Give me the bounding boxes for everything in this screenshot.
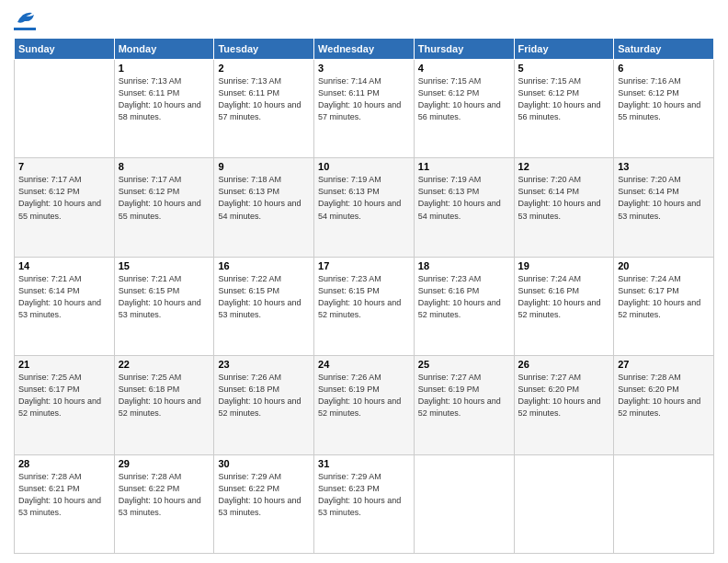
day-number: 21 [18, 359, 110, 370]
day-number: 9 [218, 161, 310, 172]
day-number: 8 [119, 161, 210, 172]
logo-text [14, 9, 36, 26]
day-info: Sunrise: 7:27 AMSunset: 6:20 PMDaylight:… [518, 372, 610, 419]
calendar-cell: 2Sunrise: 7:13 AMSunset: 6:11 PMDaylight… [214, 60, 314, 158]
day-number: 30 [218, 458, 310, 469]
day-info: Sunrise: 7:15 AMSunset: 6:12 PMDaylight:… [518, 75, 610, 123]
day-info: Sunrise: 7:21 AMSunset: 6:15 PMDaylight:… [119, 273, 210, 321]
day-number: 18 [418, 260, 510, 271]
day-info: Sunrise: 7:27 AMSunset: 6:19 PMDaylight:… [418, 372, 510, 419]
day-info: Sunrise: 7:19 AMSunset: 6:13 PMDaylight:… [418, 174, 510, 222]
day-number: 31 [318, 458, 410, 469]
calendar-cell: 19Sunrise: 7:24 AMSunset: 6:16 PMDayligh… [514, 257, 614, 355]
day-number: 20 [618, 260, 710, 271]
day-info: Sunrise: 7:29 AMSunset: 6:23 PMDaylight:… [318, 471, 410, 519]
day-number: 12 [518, 161, 610, 172]
day-number: 15 [119, 260, 210, 271]
calendar-table: SundayMondayTuesdayWednesdayThursdayFrid… [14, 38, 714, 554]
calendar-week-3: 14Sunrise: 7:21 AMSunset: 6:14 PMDayligh… [15, 257, 714, 355]
calendar-week-2: 7Sunrise: 7:17 AMSunset: 6:12 PMDaylight… [15, 158, 714, 257]
calendar-cell: 31Sunrise: 7:29 AMSunset: 6:23 PMDayligh… [314, 454, 415, 553]
day-info: Sunrise: 7:20 AMSunset: 6:14 PMDaylight:… [518, 174, 610, 222]
calendar-header-row: SundayMondayTuesdayWednesdayThursdayFrid… [15, 39, 714, 60]
calendar-cell: 5Sunrise: 7:15 AMSunset: 6:12 PMDaylight… [514, 60, 614, 158]
day-number: 13 [618, 161, 710, 172]
day-info: Sunrise: 7:18 AMSunset: 6:13 PMDaylight:… [218, 174, 310, 222]
day-info: Sunrise: 7:17 AMSunset: 6:12 PMDaylight:… [119, 174, 210, 222]
calendar-cell: 28Sunrise: 7:28 AMSunset: 6:21 PMDayligh… [15, 454, 115, 553]
calendar-cell: 11Sunrise: 7:19 AMSunset: 6:13 PMDayligh… [414, 158, 514, 257]
header-day-thursday: Thursday [414, 39, 514, 60]
calendar-cell: 10Sunrise: 7:19 AMSunset: 6:13 PMDayligh… [314, 158, 415, 257]
calendar-cell [514, 454, 614, 553]
calendar-cell: 9Sunrise: 7:18 AMSunset: 6:13 PMDaylight… [214, 158, 314, 257]
day-number: 26 [518, 359, 610, 370]
day-number: 1 [119, 63, 210, 74]
calendar-cell: 15Sunrise: 7:21 AMSunset: 6:15 PMDayligh… [114, 257, 214, 355]
day-number: 7 [18, 161, 110, 172]
logo-bird-icon [16, 9, 36, 26]
header [14, 9, 714, 30]
calendar-cell: 14Sunrise: 7:21 AMSunset: 6:14 PMDayligh… [15, 257, 115, 355]
day-info: Sunrise: 7:28 AMSunset: 6:20 PMDaylight:… [618, 372, 710, 419]
calendar-cell: 26Sunrise: 7:27 AMSunset: 6:20 PMDayligh… [514, 356, 614, 454]
day-number: 3 [318, 63, 410, 74]
calendar-cell: 24Sunrise: 7:26 AMSunset: 6:19 PMDayligh… [314, 356, 415, 454]
calendar-cell [614, 454, 714, 553]
day-number: 4 [418, 63, 510, 74]
header-day-sunday: Sunday [15, 39, 115, 60]
header-day-monday: Monday [114, 39, 214, 60]
day-number: 17 [318, 260, 410, 271]
day-info: Sunrise: 7:25 AMSunset: 6:17 PMDaylight:… [18, 372, 110, 419]
calendar-cell: 27Sunrise: 7:28 AMSunset: 6:20 PMDayligh… [614, 356, 714, 454]
calendar-week-1: 1Sunrise: 7:13 AMSunset: 6:11 PMDaylight… [15, 60, 714, 158]
day-info: Sunrise: 7:20 AMSunset: 6:14 PMDaylight:… [618, 174, 710, 222]
day-number: 24 [318, 359, 410, 370]
calendar-cell: 7Sunrise: 7:17 AMSunset: 6:12 PMDaylight… [15, 158, 115, 257]
day-number: 22 [119, 359, 210, 370]
day-info: Sunrise: 7:26 AMSunset: 6:18 PMDaylight:… [218, 372, 310, 419]
day-info: Sunrise: 7:22 AMSunset: 6:15 PMDaylight:… [218, 273, 310, 321]
header-day-tuesday: Tuesday [214, 39, 314, 60]
calendar-cell: 6Sunrise: 7:16 AMSunset: 6:12 PMDaylight… [614, 60, 714, 158]
day-number: 5 [518, 63, 610, 74]
calendar-cell [15, 60, 115, 158]
day-number: 2 [218, 63, 310, 74]
day-info: Sunrise: 7:23 AMSunset: 6:16 PMDaylight:… [418, 273, 510, 321]
calendar-cell: 29Sunrise: 7:28 AMSunset: 6:22 PMDayligh… [114, 454, 214, 553]
day-number: 27 [618, 359, 710, 370]
calendar-cell: 30Sunrise: 7:29 AMSunset: 6:22 PMDayligh… [214, 454, 314, 553]
day-info: Sunrise: 7:13 AMSunset: 6:11 PMDaylight:… [119, 75, 210, 123]
day-info: Sunrise: 7:14 AMSunset: 6:11 PMDaylight:… [318, 75, 410, 123]
calendar-cell: 25Sunrise: 7:27 AMSunset: 6:19 PMDayligh… [414, 356, 514, 454]
day-number: 6 [618, 63, 710, 74]
day-info: Sunrise: 7:24 AMSunset: 6:17 PMDaylight:… [618, 273, 710, 321]
calendar-cell: 18Sunrise: 7:23 AMSunset: 6:16 PMDayligh… [414, 257, 514, 355]
day-number: 29 [119, 458, 210, 469]
header-day-wednesday: Wednesday [314, 39, 415, 60]
day-number: 14 [18, 260, 110, 271]
day-number: 16 [218, 260, 310, 271]
calendar-cell: 16Sunrise: 7:22 AMSunset: 6:15 PMDayligh… [214, 257, 314, 355]
logo [14, 9, 36, 30]
calendar-cell: 1Sunrise: 7:13 AMSunset: 6:11 PMDaylight… [114, 60, 214, 158]
day-info: Sunrise: 7:23 AMSunset: 6:15 PMDaylight:… [318, 273, 410, 321]
calendar-cell: 8Sunrise: 7:17 AMSunset: 6:12 PMDaylight… [114, 158, 214, 257]
calendar-cell: 22Sunrise: 7:25 AMSunset: 6:18 PMDayligh… [114, 356, 214, 454]
day-info: Sunrise: 7:13 AMSunset: 6:11 PMDaylight:… [218, 75, 310, 123]
calendar-week-5: 28Sunrise: 7:28 AMSunset: 6:21 PMDayligh… [15, 454, 714, 553]
day-info: Sunrise: 7:24 AMSunset: 6:16 PMDaylight:… [518, 273, 610, 321]
day-info: Sunrise: 7:17 AMSunset: 6:12 PMDaylight:… [18, 174, 110, 222]
day-number: 23 [218, 359, 310, 370]
day-number: 28 [18, 458, 110, 469]
calendar-cell: 4Sunrise: 7:15 AMSunset: 6:12 PMDaylight… [414, 60, 514, 158]
calendar-cell: 21Sunrise: 7:25 AMSunset: 6:17 PMDayligh… [15, 356, 115, 454]
calendar-cell: 17Sunrise: 7:23 AMSunset: 6:15 PMDayligh… [314, 257, 415, 355]
day-info: Sunrise: 7:15 AMSunset: 6:12 PMDaylight:… [418, 75, 510, 123]
day-info: Sunrise: 7:21 AMSunset: 6:14 PMDaylight:… [18, 273, 110, 321]
day-info: Sunrise: 7:26 AMSunset: 6:19 PMDaylight:… [318, 372, 410, 419]
day-info: Sunrise: 7:29 AMSunset: 6:22 PMDaylight:… [218, 471, 310, 519]
day-number: 25 [418, 359, 510, 370]
day-info: Sunrise: 7:28 AMSunset: 6:21 PMDaylight:… [18, 471, 110, 519]
day-info: Sunrise: 7:16 AMSunset: 6:12 PMDaylight:… [618, 75, 710, 123]
